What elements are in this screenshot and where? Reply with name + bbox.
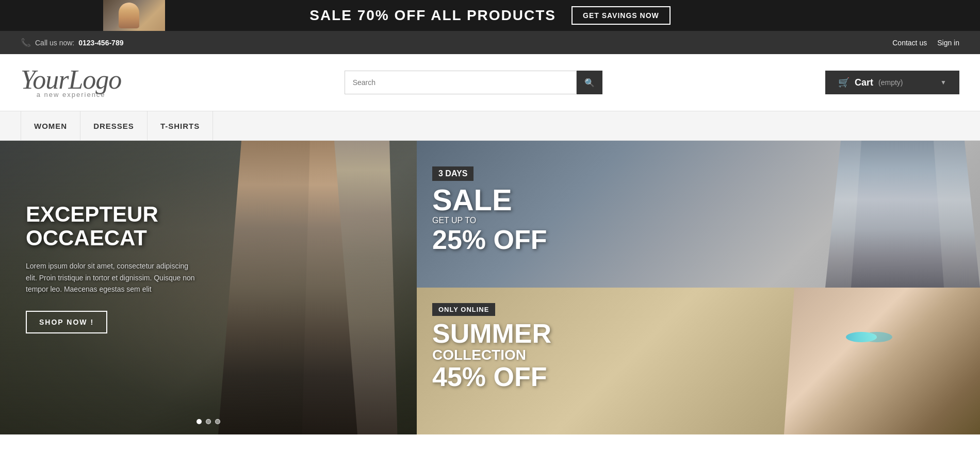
main-nav: WOMEN DRESSES T-SHIRTS xyxy=(0,111,980,141)
collection-text: COLLECTION xyxy=(432,347,551,363)
logo-area: YourLogo a new experience xyxy=(21,66,121,98)
contact-us-link[interactable]: Contact us xyxy=(892,39,927,47)
summer-title: SUMMER xyxy=(432,320,551,347)
side-banners: 3 DAYS SALE GET UP TO 25% OFF ONLY ONLIN… xyxy=(417,141,980,434)
call-label: Call us now: xyxy=(35,39,74,47)
phone-number: 0123-456-789 xyxy=(78,39,123,47)
logo-sub: a new experience xyxy=(21,91,121,98)
pagination-dot-2[interactable] xyxy=(206,419,211,424)
phone-area: 📞 Call us now: 0123-456-789 xyxy=(21,38,123,47)
side-get-up-text: GET UP TO xyxy=(432,216,547,225)
online-badge: ONLY ONLINE xyxy=(432,303,495,316)
sign-in-link[interactable]: Sign in xyxy=(937,39,959,47)
pagination-dot-3[interactable] xyxy=(215,419,220,424)
side-banner-bottom-content: ONLY ONLINE SUMMER COLLECTION 45% OFF xyxy=(432,303,551,390)
banner-model-image xyxy=(103,0,165,31)
sale-banner-text: SALE 70% OFF ALL PRODUCTS xyxy=(309,7,556,24)
hero-description: Lorem ipsum dolor sit amet, consectetur … xyxy=(26,260,201,295)
phone-icon: 📞 xyxy=(21,38,31,47)
main-content: EXCEPTEUR OCCAECAT Lorem ipsum dolor sit… xyxy=(0,141,980,434)
search-icon: 🔍 xyxy=(584,78,595,88)
side-fig-female xyxy=(825,141,980,288)
side-percent-off: 25% OFF xyxy=(432,226,547,253)
days-badge: 3 DAYS xyxy=(432,166,473,181)
logo-text: YourLogo xyxy=(21,66,121,93)
secondary-links: Contact us Sign in xyxy=(892,39,959,47)
secondary-bar: 📞 Call us now: 0123-456-789 Contact us S… xyxy=(0,31,980,54)
cart-button[interactable]: 🛒 Cart (empty) ▼ xyxy=(825,71,959,94)
hero-banner: EXCEPTEUR OCCAECAT Lorem ipsum dolor sit… xyxy=(0,141,417,434)
site-header: YourLogo a new experience 🔍 🛒 Cart (empt… xyxy=(0,54,980,111)
cart-status: (empty) xyxy=(878,78,903,87)
hero-pagination xyxy=(197,419,220,424)
side-banner-sale: 3 DAYS SALE GET UP TO 25% OFF xyxy=(417,141,980,288)
hero-title: EXCEPTEUR OCCAECAT xyxy=(26,203,201,250)
search-area: 🔍 xyxy=(345,71,602,94)
side-sale-text: SALE xyxy=(432,185,547,215)
cart-left: 🛒 Cart (empty) xyxy=(838,77,903,88)
nav-item-women[interactable]: WOMEN xyxy=(21,111,80,141)
shop-now-button[interactable]: SHOP NOW ! xyxy=(26,311,107,333)
side-banner-summer: ONLY ONLINE SUMMER COLLECTION 45% OFF xyxy=(417,288,980,434)
nav-item-tshirts[interactable]: T-SHIRTS xyxy=(148,111,213,141)
search-input[interactable] xyxy=(345,71,577,94)
pagination-dot-1[interactable] xyxy=(197,419,202,424)
cart-dropdown-arrow: ▼ xyxy=(940,79,946,86)
bottom-figure xyxy=(784,288,980,434)
hero-content: EXCEPTEUR OCCAECAT Lorem ipsum dolor sit… xyxy=(26,203,201,333)
side-banner-top-content: 3 DAYS SALE GET UP TO 25% OFF xyxy=(432,166,547,253)
top-sale-banner: SALE 70% OFF ALL PRODUCTS GET SAVINGS NO… xyxy=(0,0,980,31)
search-button[interactable]: 🔍 xyxy=(577,71,602,94)
get-savings-button[interactable]: GET SAVINGS NOW xyxy=(571,6,671,25)
cart-label: Cart xyxy=(855,77,873,88)
cart-area: 🛒 Cart (empty) ▼ xyxy=(825,71,959,94)
nav-item-dresses[interactable]: DRESSES xyxy=(80,111,148,141)
cart-icon: 🛒 xyxy=(838,77,850,88)
bottom-percent-off: 45% OFF xyxy=(432,363,551,390)
